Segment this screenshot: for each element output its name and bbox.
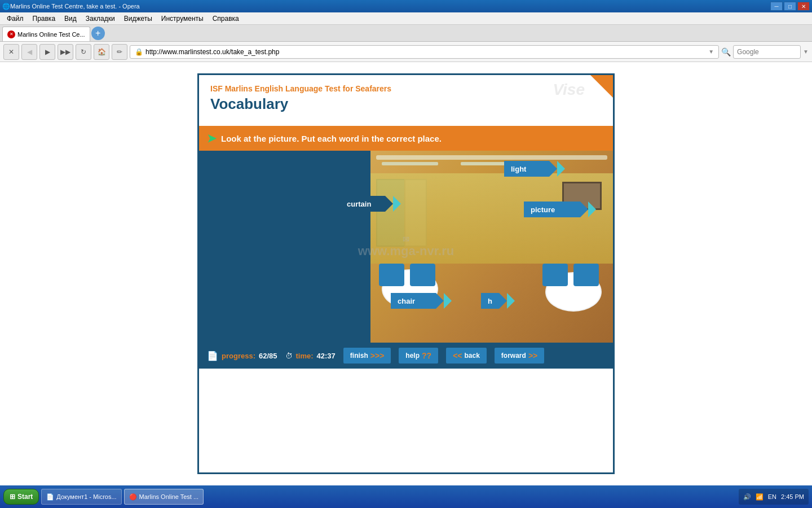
clock-icon: ⏱ — [285, 352, 293, 360]
nav-next-button[interactable]: ▶ — [39, 44, 55, 60]
tray-time: 2:45 PM — [781, 493, 804, 500]
taskbar-task-word[interactable]: 📄 Документ1 - Micros... — [41, 489, 121, 505]
finish-button[interactable]: finish >>> — [343, 348, 391, 364]
close-button[interactable]: ✕ — [797, 2, 810, 11]
instruction-arrow-icon: ➤ — [207, 132, 217, 145]
nav-refresh-button[interactable]: ↻ — [76, 44, 91, 60]
address-bar[interactable]: 🔒 http://www.marlinstest.co.uk/take_a_te… — [130, 45, 719, 59]
menu-bar: Файл Правка Вид Закладки Виджеты Инструм… — [0, 12, 812, 25]
taskbar-tray: 🔊 📶 EN 2:45 PM — [739, 489, 809, 505]
light-arrow-accent-icon — [557, 161, 565, 177]
tab-close-button[interactable]: ✕ — [7, 30, 15, 38]
partial-arrow-accent-icon — [507, 293, 515, 309]
label-chair[interactable]: chair — [391, 293, 452, 309]
help-icon: ?? — [422, 351, 431, 360]
nav-edit-button[interactable]: ✏ — [112, 44, 127, 60]
back-button[interactable]: << back — [446, 348, 487, 364]
title-bar-title: Marlins Online Test Centre, take a test.… — [10, 3, 770, 10]
search-input[interactable] — [733, 45, 801, 59]
nav-back-button[interactable]: ✕ — [3, 44, 19, 60]
progress-value: 62/85 — [259, 352, 277, 360]
address-dropdown-icon[interactable]: ▼ — [708, 49, 714, 55]
progress-icon: 📄 — [207, 351, 218, 361]
label-curtain[interactable]: curtain — [340, 196, 401, 212]
chair-label: chair — [391, 293, 436, 309]
nav-prev-button[interactable]: ◀ — [21, 44, 37, 60]
help-button[interactable]: help ?? — [399, 348, 438, 364]
label-partial[interactable]: h — [481, 293, 515, 309]
tray-lang: EN — [768, 493, 776, 500]
network-icon: 📶 — [756, 493, 764, 501]
picture-label: picture — [524, 202, 580, 217]
minimize-button[interactable]: ─ — [770, 2, 783, 11]
chair-tag[interactable]: chair — [391, 293, 452, 309]
taskbar-task-browser[interactable]: 🔴 Marlins Online Test ... — [124, 489, 204, 505]
word-icon: 📄 — [46, 493, 54, 501]
label-picture[interactable]: picture — [524, 202, 596, 217]
time-section: ⏱ time: 42:37 — [285, 352, 336, 360]
partial-tag[interactable]: h — [481, 293, 515, 309]
help-label: help — [405, 352, 420, 360]
question-area: ✉ www.mga-nvr.ru — [199, 151, 613, 343]
start-button[interactable]: ⊞ Start — [3, 489, 39, 505]
new-tab-button[interactable]: + — [91, 27, 105, 40]
search-box: 🔍 ▼ — [721, 45, 809, 59]
browser-icon: 🔴 — [129, 493, 137, 501]
picture-arrow-accent-icon — [588, 202, 596, 217]
address-text: http://www.marlinstest.co.uk/take_a_test… — [145, 48, 708, 56]
picture-arrow-icon — [580, 202, 588, 217]
instruction-bar: ➤ Look at the picture. Put each word in … — [199, 126, 613, 151]
nav-fast-forward-button[interactable]: ▶▶ — [58, 44, 73, 60]
tab-label: Marlins Online Test Ce... — [17, 31, 85, 38]
curtain-arrow-icon — [385, 196, 393, 212]
partial-label: h — [481, 293, 499, 309]
nav-bar: ✕ ◀ ▶ ▶▶ ↻ 🏠 ✏ 🔒 http://www.marlinstest.… — [0, 42, 812, 62]
test-header: ISF Marlins English Language Test for Se… — [199, 75, 613, 126]
curtain-arrow-accent-icon — [393, 196, 401, 212]
search-icon: 🔍 — [721, 47, 731, 56]
menu-help[interactable]: Справка — [208, 14, 244, 24]
menu-file[interactable]: Файл — [2, 14, 28, 24]
tab-bar: ✕ Marlins Online Test Ce... + — [0, 25, 812, 42]
main-content: ISF Marlins English Language Test for Se… — [0, 62, 812, 485]
menu-view[interactable]: Вид — [60, 14, 81, 24]
menu-tools[interactable]: Инструменты — [157, 14, 208, 24]
time-value: 42:37 — [317, 352, 336, 360]
menu-edit[interactable]: Правка — [28, 14, 60, 24]
address-lock-icon: 🔒 — [135, 48, 143, 56]
chair-arrow-accent-icon — [444, 293, 452, 309]
chair-arrow-icon — [436, 293, 444, 309]
browser-tab[interactable]: ✕ Marlins Online Test Ce... — [2, 27, 90, 41]
volume-icon: 🔊 — [743, 493, 751, 501]
forward-chevrons-icon: >> — [528, 351, 537, 360]
test-subtitle: ISF Marlins English Language Test for Se… — [210, 84, 602, 93]
curtain-label: curtain — [340, 196, 385, 212]
title-bar-buttons: ─ □ ✕ — [770, 2, 810, 11]
watermark-text: Vise — [553, 81, 585, 99]
light-tag[interactable]: light — [504, 161, 565, 177]
light-arrow-icon — [549, 161, 557, 177]
start-label: Start — [17, 493, 33, 501]
partial-arrow-icon — [499, 293, 507, 309]
curtain-tag[interactable]: curtain — [340, 196, 401, 212]
nav-home-button[interactable]: 🏠 — [94, 44, 109, 60]
taskbar-browser-label: Marlins Online Test ... — [139, 493, 199, 500]
progress-label: progress: — [222, 352, 255, 360]
menu-widgets[interactable]: Виджеты — [120, 14, 157, 24]
picture-tag[interactable]: picture — [524, 202, 596, 217]
bottom-bar: 📄 progress: 62/85 ⏱ time: 42:37 finish >… — [199, 343, 613, 369]
forward-label: forward — [501, 352, 526, 360]
light-label: light — [504, 161, 549, 177]
label-light[interactable]: light — [504, 161, 565, 177]
taskbar-bottom: ⊞ Start 📄 Документ1 - Micros... 🔴 Marlin… — [0, 485, 812, 508]
menu-bookmarks[interactable]: Закладки — [81, 14, 120, 24]
test-container: ISF Marlins English Language Test for Se… — [197, 73, 615, 474]
instruction-text: Look at the picture. Put each word in th… — [221, 134, 442, 143]
title-bar: 🌐 Marlins Online Test Centre, take a tes… — [0, 0, 812, 12]
overlay-container: light curtain picture — [199, 151, 613, 343]
finish-label: finish — [350, 352, 368, 360]
windows-icon: ⊞ — [10, 493, 15, 501]
forward-button[interactable]: forward >> — [495, 348, 544, 364]
search-dropdown-icon[interactable]: ▼ — [803, 49, 809, 55]
maximize-button[interactable]: □ — [784, 2, 796, 11]
